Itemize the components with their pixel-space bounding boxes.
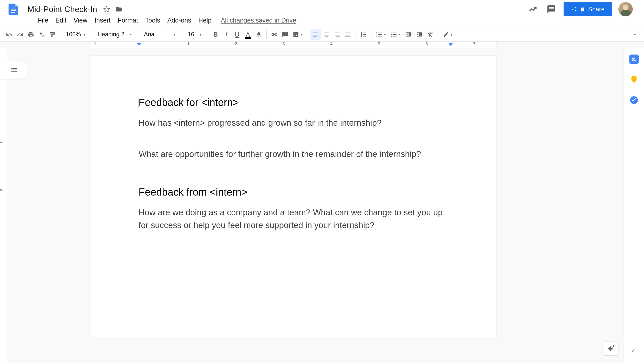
- paragraph-q3[interactable]: How are we doing as a company and a team…: [139, 206, 448, 231]
- text-color-button[interactable]: A: [243, 29, 253, 40]
- vertical-ruler[interactable]: 1 2: [0, 48, 7, 363]
- align-center-button[interactable]: [321, 29, 331, 40]
- underline-button[interactable]: U: [232, 29, 242, 40]
- decrease-indent-button[interactable]: [404, 29, 414, 40]
- save-status[interactable]: All changes saved in Drive: [221, 17, 296, 24]
- svg-rect-1: [11, 10, 16, 11]
- star-icon[interactable]: [101, 4, 112, 14]
- calendar-addon-icon[interactable]: [629, 54, 639, 64]
- paragraph-q1[interactable]: How has <intern> progressed and grown so…: [139, 116, 448, 129]
- comments-icon[interactable]: [545, 3, 557, 15]
- menu-file[interactable]: File: [35, 15, 51, 26]
- ruler-tick: 4: [330, 42, 333, 46]
- separator: [371, 30, 371, 39]
- docs-home-icon[interactable]: [5, 1, 22, 18]
- workspace: 1 2 Feedback for <intern> How has <inter…: [0, 48, 644, 363]
- svg-rect-0: [11, 9, 16, 9]
- side-panel: ›: [624, 48, 644, 363]
- increase-indent-button[interactable]: [414, 29, 425, 40]
- activity-icon[interactable]: [527, 3, 539, 15]
- redo-button[interactable]: [15, 29, 25, 40]
- heading-feedback-from[interactable]: Feedback from <intern>: [139, 186, 448, 198]
- font-size-select[interactable]: 16▼: [185, 29, 205, 40]
- separator: [182, 30, 182, 39]
- align-justify-button[interactable]: [343, 29, 353, 40]
- line-spacing-button[interactable]: [358, 29, 369, 40]
- align-right-button[interactable]: [332, 29, 342, 40]
- paint-format-button[interactable]: [47, 29, 57, 40]
- ruler-tick: 7: [473, 42, 475, 46]
- align-left-button[interactable]: [310, 29, 321, 40]
- account-avatar[interactable]: [618, 2, 633, 16]
- separator: [138, 30, 138, 39]
- ruler-tick: 3: [283, 42, 285, 46]
- document-title[interactable]: Mid-Point Check-In: [25, 3, 99, 15]
- document-page[interactable]: Feedback for <intern> How has <intern> p…: [90, 56, 496, 337]
- document-outline-button[interactable]: [0, 61, 28, 79]
- right-indent-marker[interactable]: [448, 43, 453, 46]
- title-row: Mid-Point Check-In Share: [0, 0, 644, 15]
- chevron-down-icon: ▼: [398, 33, 401, 36]
- hide-side-panel-button[interactable]: ›: [628, 344, 639, 356]
- zoom-select[interactable]: 100%▼: [63, 29, 89, 40]
- bulleted-list-button[interactable]: ▼: [389, 29, 403, 40]
- separator: [438, 30, 438, 39]
- separator: [308, 30, 308, 39]
- font-select[interactable]: Arial▼: [141, 29, 179, 40]
- chevron-down-icon: ▼: [83, 33, 86, 36]
- bold-button[interactable]: B: [211, 29, 221, 40]
- menubar: File Edit View Insert Format Tools Add-o…: [0, 15, 644, 27]
- page-break: [90, 220, 497, 220]
- separator: [60, 30, 60, 39]
- menu-tools[interactable]: Tools: [142, 15, 163, 26]
- editing-mode-button[interactable]: ▼: [441, 29, 455, 40]
- heading-feedback-for[interactable]: Feedback for <intern>: [139, 97, 448, 108]
- italic-button[interactable]: I: [221, 29, 232, 40]
- highlight-button[interactable]: [254, 29, 264, 40]
- chevron-down-icon: ▼: [129, 33, 132, 36]
- ruler-tick: 5: [378, 42, 380, 46]
- separator: [266, 30, 267, 39]
- separator: [356, 30, 356, 39]
- paragraph-q2[interactable]: What are opportunities for further growt…: [139, 148, 448, 161]
- share-label: Share: [588, 6, 605, 13]
- undo-button[interactable]: [4, 29, 14, 40]
- ruler-tick: 6: [425, 42, 428, 46]
- move-folder-icon[interactable]: [114, 4, 124, 14]
- separator: [92, 30, 92, 39]
- spellcheck-button[interactable]: [36, 29, 47, 40]
- chevron-down-icon: ▼: [300, 33, 303, 36]
- tasks-addon-icon[interactable]: [629, 95, 639, 105]
- chevron-down-icon: ▼: [199, 33, 202, 36]
- add-comment-button[interactable]: [280, 29, 290, 40]
- horizontal-ruler[interactable]: 1 1 2 3 4 5 6 7: [0, 42, 644, 48]
- share-button[interactable]: Share: [564, 2, 612, 16]
- menu-help[interactable]: Help: [195, 15, 214, 26]
- explore-button[interactable]: [604, 341, 618, 356]
- header: Mid-Point Check-In Share File Edit View …: [0, 0, 644, 27]
- menu-addons[interactable]: Add-ons: [164, 15, 194, 26]
- insert-image-button[interactable]: ▼: [291, 29, 305, 40]
- toolbar: 100%▼ Heading 2▼ Arial▼ 16▼ B I U A ▼ ▼ …: [0, 27, 644, 42]
- menu-view[interactable]: View: [70, 15, 90, 26]
- chevron-down-icon: ▼: [383, 33, 387, 36]
- svg-rect-2: [11, 12, 15, 13]
- chevron-down-icon: ▼: [450, 33, 453, 36]
- numbered-list-button[interactable]: ▼: [374, 29, 388, 40]
- header-right: Share: [527, 2, 639, 16]
- chevron-down-icon: ▼: [173, 33, 176, 36]
- separator: [458, 30, 458, 39]
- print-button[interactable]: [26, 29, 36, 40]
- menu-edit[interactable]: Edit: [52, 15, 69, 26]
- keep-addon-icon[interactable]: [629, 74, 639, 85]
- hide-menus-button[interactable]: [630, 29, 640, 40]
- insert-link-button[interactable]: [269, 29, 279, 40]
- menu-format[interactable]: Format: [115, 15, 141, 26]
- left-indent-marker[interactable]: [137, 43, 142, 46]
- paragraph-style-select[interactable]: Heading 2▼: [95, 29, 136, 40]
- menu-insert[interactable]: Insert: [91, 15, 114, 26]
- svg-marker-3: [104, 6, 109, 12]
- separator: [208, 30, 208, 39]
- ruler-tick: 2: [235, 42, 237, 46]
- clear-formatting-button[interactable]: [425, 29, 435, 40]
